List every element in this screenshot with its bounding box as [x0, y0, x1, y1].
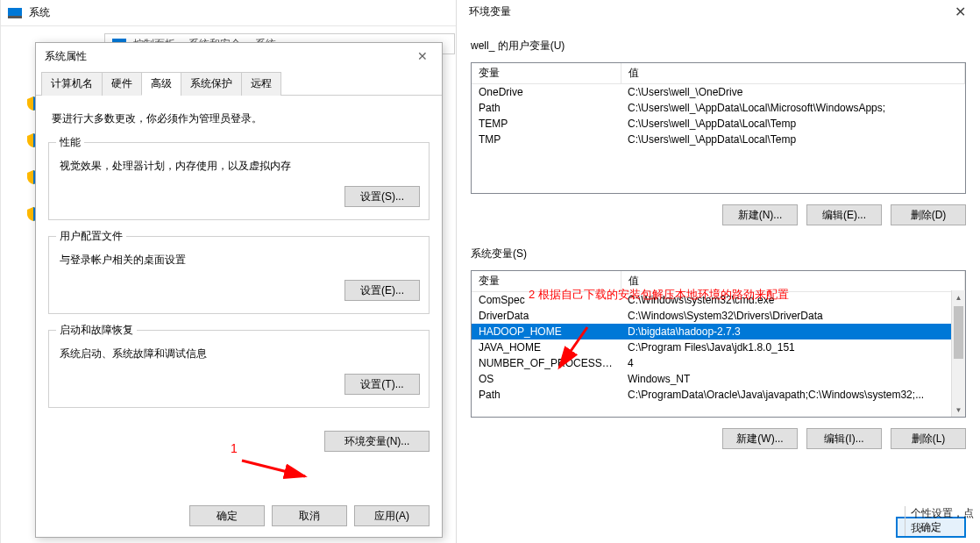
- section-title: 性能: [56, 135, 84, 150]
- user-profiles-settings-button[interactable]: 设置(E)...: [344, 280, 420, 301]
- startup-recovery-section: 启动和故障恢复 系统启动、系统故障和调试信息 设置(T)...: [48, 330, 430, 408]
- cancel-button[interactable]: 取消: [272, 505, 347, 526]
- dialog-title: 系统属性: [45, 49, 87, 64]
- table-row[interactable]: OneDriveC:\Users\well_\OneDrive: [472, 84, 965, 101]
- bg-title: 系统: [29, 5, 50, 20]
- environment-variables-dialog: 环境变量 ✕ well_ 的用户变量(U) 变量 值 OneDriveC:\Us…: [456, 0, 980, 543]
- system-variables-label: 系统变量(S): [457, 225, 980, 265]
- var-name: Path: [472, 100, 621, 116]
- close-icon[interactable]: ✕: [949, 2, 971, 22]
- var-value: C:\Users\well_\AppData\Local\Microsoft\W…: [621, 100, 965, 116]
- section-desc: 系统启动、系统故障和调试信息: [58, 339, 420, 374]
- section-desc: 视觉效果，处理器计划，内存使用，以及虚拟内存: [58, 152, 420, 186]
- var-value: C:\ProgramData\Oracle\Java\javapath;C:\W…: [621, 387, 965, 403]
- sys-new-button[interactable]: 新建(W)...: [722, 428, 798, 449]
- var-value: 4: [621, 355, 965, 371]
- table-row[interactable]: DriverDataC:\Windows\System32\Drivers\Dr…: [472, 308, 965, 324]
- section-desc: 与登录帐户相关的桌面设置: [58, 246, 420, 280]
- bg-titlebar: 系统: [1, 0, 457, 26]
- var-name: Path: [472, 387, 621, 403]
- table-row[interactable]: JAVA_HOMEC:\Program Files\Java\jdk1.8.0_…: [472, 339, 965, 355]
- var-name: OS: [472, 371, 621, 387]
- scroll-down-icon[interactable]: ▼: [952, 403, 965, 417]
- var-name: JAVA_HOME: [472, 339, 621, 355]
- apply-button[interactable]: 应用(A): [354, 505, 430, 526]
- tab-hardware[interactable]: 硬件: [102, 72, 142, 96]
- close-icon[interactable]: ✕: [412, 47, 433, 65]
- scroll-up-icon[interactable]: ▲: [952, 290, 965, 304]
- tab-system-protection[interactable]: 系统保护: [181, 72, 242, 96]
- tabs: 计算机名 硬件 高级 系统保护 远程: [36, 71, 442, 96]
- performance-section: 性能 视觉效果，处理器计划，内存使用，以及虚拟内存 设置(S)...: [48, 142, 430, 220]
- table-row[interactable]: HADOOP_HOMED:\bigdata\hadoop-2.7.3: [472, 324, 965, 339]
- var-name: HADOOP_HOME: [472, 324, 621, 339]
- scrollbar[interactable]: ▲ ▼: [951, 290, 965, 417]
- var-name: DriverData: [472, 308, 621, 324]
- var-value: C:\Windows\System32\Drivers\DriverData: [621, 308, 965, 324]
- tab-computer-name[interactable]: 计算机名: [41, 72, 103, 96]
- user-new-button[interactable]: 新建(N)...: [722, 204, 798, 225]
- arrow-icon: [238, 454, 317, 485]
- user-variables-label: well_ 的用户变量(U): [457, 23, 980, 57]
- table-row[interactable]: PathC:\ProgramData\Oracle\Java\javapath;…: [472, 387, 965, 403]
- var-value: C:\Users\well_\AppData\Local\Temp: [621, 132, 965, 147]
- user-profiles-section: 用户配置文件 与登录帐户相关的桌面设置 设置(E)...: [48, 236, 430, 314]
- annotation-1: 1: [231, 441, 238, 455]
- table-row[interactable]: NUMBER_OF_PROCESSORS4: [472, 355, 965, 371]
- environment-variables-button[interactable]: 环境变量(N)...: [324, 431, 430, 452]
- table-row[interactable]: TMPC:\Users\well_\AppData\Local\Temp: [472, 132, 965, 147]
- startup-settings-button[interactable]: 设置(T)...: [344, 374, 420, 395]
- user-delete-button[interactable]: 删除(D): [891, 204, 966, 225]
- var-value: C:\Users\well_\OneDrive: [621, 84, 965, 101]
- var-name: TMP: [472, 132, 621, 147]
- col-header-value[interactable]: 值: [621, 63, 965, 84]
- table-row[interactable]: TEMPC:\Users\well_\AppData\Local\Temp: [472, 116, 965, 132]
- var-value: C:\Program Files\Java\jdk1.8.0_151: [621, 339, 965, 355]
- table-row[interactable]: OSWindows_NT: [472, 371, 965, 387]
- admin-note: 要进行大多数更改，你必须作为管理员登录。: [48, 111, 430, 126]
- performance-settings-button[interactable]: 设置(S)...: [344, 186, 420, 207]
- section-title: 用户配置文件: [56, 229, 126, 244]
- var-value: Windows_NT: [621, 371, 965, 387]
- section-title: 启动和故障恢复: [56, 323, 137, 338]
- sys-delete-button[interactable]: 删除(L): [891, 428, 966, 449]
- tab-remote[interactable]: 远程: [241, 72, 281, 96]
- var-name: NUMBER_OF_PROCESSORS: [472, 355, 621, 371]
- table-row[interactable]: PathC:\Users\well_\AppData\Local\Microso…: [472, 100, 965, 116]
- tab-advanced[interactable]: 高级: [141, 72, 181, 96]
- annotation-2: 2 根据自己下载的安装包解压本地环境的路劲来配置: [529, 287, 789, 303]
- scrollbar-thumb[interactable]: [954, 306, 963, 359]
- user-variables-table[interactable]: 变量 值 OneDriveC:\Users\well_\OneDrivePath…: [471, 62, 966, 194]
- monitor-icon: [8, 8, 22, 18]
- var-value: D:\bigdata\hadoop-2.7.3: [621, 324, 965, 339]
- dialog-title: 环境变量: [469, 4, 511, 19]
- var-name: TEMP: [472, 116, 621, 132]
- var-name: OneDrive: [472, 84, 621, 101]
- col-header-name[interactable]: 变量: [472, 63, 621, 84]
- user-edit-button[interactable]: 编辑(E)...: [806, 204, 882, 225]
- ok-button[interactable]: 确定: [189, 505, 265, 526]
- svg-line-0: [242, 461, 305, 476]
- sys-edit-button[interactable]: 编辑(I)...: [806, 428, 882, 449]
- var-value: C:\Users\well_\AppData\Local\Temp: [621, 116, 965, 132]
- personal-settings-text[interactable]: 个性设置，点我: [905, 506, 980, 536]
